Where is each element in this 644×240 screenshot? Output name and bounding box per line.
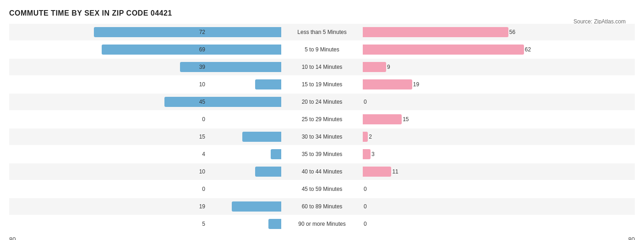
row-label: 40 to 44 Minutes	[284, 168, 360, 175]
row-label: 30 to 34 Minutes	[284, 134, 360, 140]
right-section: 0	[360, 198, 635, 215]
left-section: 69	[9, 41, 284, 58]
right-section: 19	[360, 76, 635, 93]
male-value: 45	[199, 99, 205, 105]
male-value: 72	[199, 29, 205, 35]
male-value: 69	[199, 46, 205, 53]
male-value: 5	[202, 221, 205, 227]
female-value: 56	[509, 29, 515, 35]
chart-title: COMMUTE TIME BY SEX IN ZIP CODE 04421	[9, 9, 635, 17]
male-value: 15	[199, 134, 205, 140]
chart-row: 15 30 to 34 Minutes 2	[9, 128, 635, 145]
male-bar	[180, 62, 281, 72]
chart-row: 0 25 to 29 Minutes 15	[9, 111, 635, 128]
chart-row: 5 90 or more Minutes 0	[9, 216, 635, 232]
left-section: 0	[9, 181, 284, 197]
male-value: 19	[199, 203, 205, 210]
axis-right-value: 80	[628, 236, 635, 240]
row-label: 35 to 39 Minutes	[284, 151, 360, 157]
male-value: 4	[202, 151, 205, 157]
right-section: 56	[360, 24, 635, 40]
female-value: 11	[392, 168, 398, 175]
female-value: 0	[364, 221, 367, 227]
female-bar	[363, 149, 371, 159]
right-section: 62	[360, 41, 635, 58]
chart-row: 45 20 to 24 Minutes 0	[9, 94, 635, 110]
row-label: 5 to 9 Minutes	[284, 46, 360, 53]
male-bar	[94, 27, 281, 37]
right-section: 0	[360, 216, 635, 232]
right-section: 11	[360, 163, 635, 180]
left-section: 10	[9, 76, 284, 93]
male-bar	[255, 79, 281, 89]
male-bar	[271, 149, 281, 159]
right-section: 0	[360, 94, 635, 110]
male-value: 10	[199, 81, 205, 88]
male-value: 0	[202, 186, 205, 192]
female-value: 0	[364, 186, 367, 192]
male-value: 39	[199, 64, 205, 70]
male-value: 0	[202, 116, 205, 123]
chart-row: 10 15 to 19 Minutes 19	[9, 76, 635, 93]
female-value: 62	[525, 46, 531, 53]
chart-row: 69 5 to 9 Minutes 62	[9, 41, 635, 58]
female-value: 0	[364, 203, 367, 210]
left-section: 0	[9, 111, 284, 128]
female-bar	[363, 62, 386, 72]
female-bar	[363, 114, 402, 124]
row-label: 20 to 24 Minutes	[284, 99, 360, 105]
male-bar	[164, 97, 281, 107]
male-bar	[268, 219, 281, 229]
left-section: 45	[9, 94, 284, 110]
female-value: 3	[371, 151, 375, 157]
female-value: 19	[413, 81, 419, 88]
male-value: 10	[199, 168, 205, 175]
female-value: 0	[364, 99, 367, 105]
male-bar	[102, 45, 281, 55]
row-label: 60 to 89 Minutes	[284, 203, 360, 210]
left-section: 5	[9, 216, 284, 232]
chart-row: 0 45 to 59 Minutes 0	[9, 181, 635, 197]
male-bar	[242, 132, 281, 142]
chart-row: 10 40 to 44 Minutes 11	[9, 163, 635, 180]
left-section: 10	[9, 163, 284, 180]
axis-bottom: 80 80	[9, 236, 635, 240]
axis-left-value: 80	[9, 236, 16, 240]
chart-row: 72 Less than 5 Minutes 56	[9, 24, 635, 40]
male-bar	[232, 201, 281, 212]
female-bar	[363, 167, 391, 177]
row-label: 90 or more Minutes	[284, 221, 360, 227]
right-section: 0	[360, 181, 635, 197]
left-section: 39	[9, 59, 284, 75]
right-section: 2	[360, 128, 635, 145]
row-label: Less than 5 Minutes	[284, 29, 360, 35]
female-value: 9	[387, 64, 390, 70]
row-label: 25 to 29 Minutes	[284, 116, 360, 123]
row-label: 10 to 14 Minutes	[284, 64, 360, 70]
chart-row: 4 35 to 39 Minutes 3	[9, 146, 635, 162]
left-section: 72	[9, 24, 284, 40]
chart-container: 72 Less than 5 Minutes 56 69 5 to 9 Minu…	[9, 24, 635, 232]
left-section: 19	[9, 198, 284, 215]
male-bar	[255, 167, 281, 177]
right-section: 15	[360, 111, 635, 128]
right-section: 3	[360, 146, 635, 162]
chart-row: 39 10 to 14 Minutes 9	[9, 59, 635, 75]
female-value: 15	[403, 116, 409, 123]
row-label: 45 to 59 Minutes	[284, 186, 360, 192]
right-section: 9	[360, 59, 635, 75]
row-label: 15 to 19 Minutes	[284, 81, 360, 88]
female-bar	[363, 132, 368, 142]
chart-row: 19 60 to 89 Minutes 0	[9, 198, 635, 215]
left-section: 4	[9, 146, 284, 162]
left-section: 15	[9, 128, 284, 145]
female-bar	[363, 79, 412, 89]
female-value: 2	[369, 134, 372, 140]
female-bar	[363, 27, 508, 37]
female-bar	[363, 45, 524, 55]
